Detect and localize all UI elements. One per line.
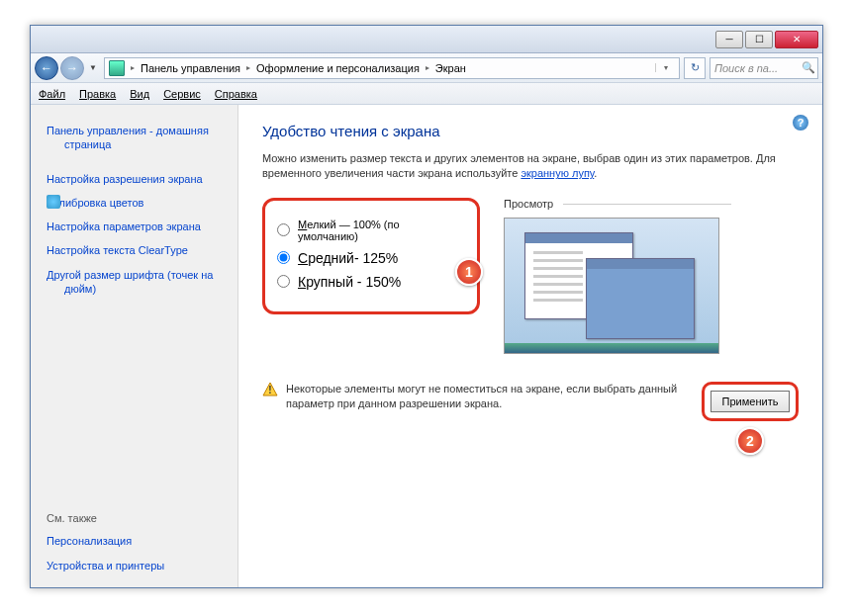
breadcrumb-item[interactable]: Оформление и персонализация — [256, 62, 420, 74]
option-small[interactable]: Мелкий — 100% (по умолчанию) — [277, 219, 461, 242]
warning-text: Некоторые элементы могут не поместиться … — [286, 382, 694, 412]
help-icon[interactable]: ? — [793, 115, 808, 131]
sidebar-resolution[interactable]: Настройка разрешения экрана — [47, 167, 228, 191]
chevron-right-icon: ▸ — [242, 63, 254, 72]
warning-row: ! Некоторые элементы могут не поместитьс… — [262, 382, 799, 421]
preview-label: Просмотр — [504, 198, 731, 210]
page-title: Удобство чтения с экрана — [262, 123, 799, 139]
sidebar-home[interactable]: Панель управления - домашняя страница — [47, 119, 228, 157]
callout-badge-2: 2 — [736, 427, 764, 455]
close-button[interactable]: ✕ — [775, 31, 818, 48]
sidebar-cleartype[interactable]: Настройка текста ClearType — [47, 238, 228, 262]
apply-highlight: Применить 2 — [702, 382, 799, 421]
sidebar: Панель управления - домашняя страница На… — [31, 105, 238, 587]
option-medium[interactable]: Средний- 125% — [277, 250, 461, 266]
minimize-button[interactable]: ─ — [715, 31, 743, 48]
search-input[interactable]: Поиск в па... 🔍 — [710, 57, 818, 79]
menu-help[interactable]: Справка — [215, 88, 257, 100]
back-button[interactable]: ← — [35, 56, 58, 80]
nav-history-dropdown[interactable]: ▼ — [86, 56, 100, 80]
body: Панель управления - домашняя страница На… — [31, 105, 822, 587]
chevron-right-icon: ▸ — [127, 63, 139, 72]
control-panel-icon — [109, 60, 125, 76]
window: ─ ☐ ✕ ← → ▼ ▸ Панель управления ▸ Оформл… — [30, 25, 823, 588]
preview-image — [504, 218, 719, 354]
search-placeholder: Поиск в па... — [714, 62, 778, 74]
radio-large[interactable] — [277, 275, 290, 288]
menubar: Файл Правка Вид Сервис Справка — [31, 83, 822, 105]
breadcrumb-dropdown[interactable]: ▾ — [655, 63, 675, 72]
titlebar: ─ ☐ ✕ — [31, 26, 822, 53]
menu-edit[interactable]: Правка — [79, 88, 116, 100]
preview-taskbar-icon — [505, 343, 718, 353]
callout-badge-1: 1 — [455, 258, 483, 286]
content: ? Удобство чтения с экрана Можно изменит… — [238, 105, 822, 587]
magnifier-link[interactable]: экранную лупу — [521, 167, 594, 179]
option-large[interactable]: Крупный - 150% — [277, 274, 461, 290]
breadcrumb-item[interactable]: Панель управления — [141, 62, 240, 74]
sidebar-seealso: См. также — [47, 507, 228, 529]
menu-file[interactable]: Файл — [39, 88, 65, 100]
sidebar-devices[interactable]: Устройства и принтеры — [47, 554, 228, 577]
scale-options-highlight: Мелкий — 100% (по умолчанию) Средний- 12… — [262, 198, 480, 314]
preview-panel: Просмотр — [504, 198, 731, 354]
breadcrumb-item[interactable]: Экран — [435, 62, 466, 74]
sidebar-dpi[interactable]: Другой размер шрифта (точек на дюйм) — [47, 263, 228, 302]
menu-service[interactable]: Сервис — [163, 88, 201, 100]
maximize-button[interactable]: ☐ — [745, 31, 773, 48]
search-icon: 🔍 — [802, 61, 813, 74]
refresh-button[interactable]: ↻ — [684, 57, 706, 79]
preview-window-icon — [586, 258, 695, 339]
page-description: Можно изменить размер текста и других эл… — [262, 151, 799, 182]
navbar: ← → ▼ ▸ Панель управления ▸ Оформление и… — [31, 53, 822, 83]
sidebar-personalize[interactable]: Персонализация — [47, 529, 228, 553]
radio-medium[interactable] — [277, 251, 290, 264]
chevron-right-icon: ▸ — [422, 63, 433, 72]
sidebar-params[interactable]: Настройка параметров экрана — [47, 215, 228, 238]
sidebar-calibrate[interactable]: Калибровка цветов — [47, 191, 228, 215]
warning-icon: ! — [262, 382, 278, 397]
menu-view[interactable]: Вид — [130, 88, 149, 100]
breadcrumb[interactable]: ▸ Панель управления ▸ Оформление и персо… — [104, 57, 680, 79]
svg-text:!: ! — [268, 385, 271, 396]
apply-button[interactable]: Применить — [711, 391, 790, 412]
forward-button[interactable]: → — [60, 56, 84, 80]
radio-small[interactable] — [277, 223, 290, 236]
